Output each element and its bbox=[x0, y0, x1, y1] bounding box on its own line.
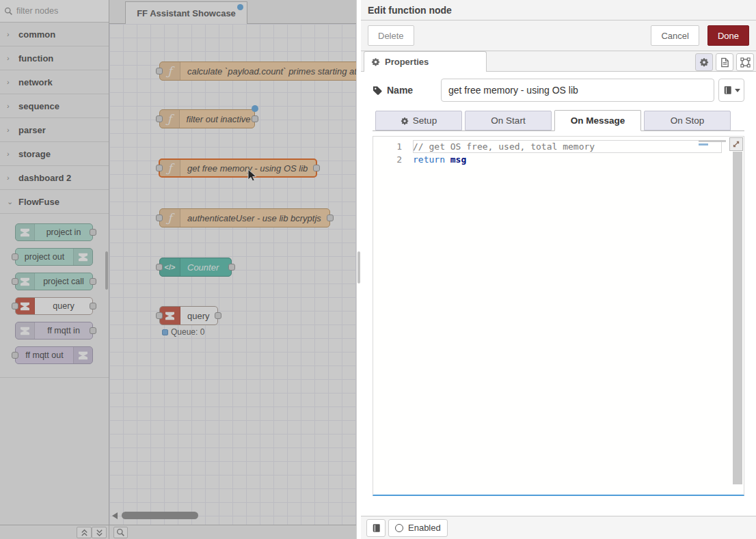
tab-on-stop[interactable]: On Stop bbox=[644, 111, 731, 130]
input-port[interactable] bbox=[156, 165, 163, 171]
output-port[interactable] bbox=[228, 264, 235, 271]
code-icon: </> bbox=[160, 258, 180, 276]
palette-collapse-up-button[interactable] bbox=[77, 527, 92, 538]
output-port[interactable] bbox=[327, 215, 334, 221]
input-port[interactable] bbox=[12, 278, 18, 285]
palette-node-project-out[interactable]: project out bbox=[15, 248, 93, 266]
tab-setup[interactable]: Setup bbox=[375, 111, 462, 130]
done-button[interactable]: Done bbox=[707, 25, 749, 46]
input-port[interactable] bbox=[12, 253, 18, 260]
palette-node-ff-mqtt-out[interactable]: ff mqtt out bbox=[15, 346, 93, 364]
scroll-left-arrow[interactable] bbox=[112, 512, 118, 519]
palette-category-storage[interactable]: › storage bbox=[0, 142, 109, 166]
chevron-right-icon: › bbox=[7, 78, 12, 86]
canvas-h-scrollbar[interactable] bbox=[111, 512, 350, 520]
function-icon: ƒ bbox=[160, 209, 180, 227]
scrollbar-thumb[interactable] bbox=[122, 512, 198, 519]
mouse-pointer bbox=[247, 169, 257, 182]
palette-node-query[interactable]: query bbox=[15, 297, 93, 315]
flowfuse-logo-icon bbox=[16, 322, 35, 339]
palette-category-function[interactable]: › function bbox=[0, 46, 109, 70]
flow-node-counter[interactable]: </> Counter bbox=[159, 258, 232, 277]
input-port[interactable] bbox=[156, 312, 163, 319]
workspace-tabbar: FF Assistant Showcase bbox=[109, 0, 356, 24]
palette-search-input[interactable] bbox=[16, 6, 98, 16]
enabled-state-icon bbox=[395, 524, 403, 532]
description-icon-button[interactable] bbox=[716, 53, 733, 71]
book-icon bbox=[372, 523, 381, 533]
name-row: Name bbox=[373, 79, 744, 102]
workspace-footer bbox=[0, 525, 356, 539]
canvas-grid[interactable]: ƒ calculate `payload.count` primes start… bbox=[109, 24, 356, 525]
chevron-down-icon: ⌄ bbox=[7, 197, 12, 206]
output-port[interactable] bbox=[90, 303, 96, 309]
flowfuse-logo-icon bbox=[16, 298, 35, 314]
gear-icon bbox=[371, 57, 380, 66]
palette-category-sequence[interactable]: › sequence bbox=[0, 94, 109, 118]
palette-category-common[interactable]: › common bbox=[0, 23, 109, 46]
code-editor[interactable]: 1 // get OS free, used, total memory 2 r… bbox=[373, 136, 744, 496]
input-port[interactable] bbox=[156, 115, 163, 122]
palette-category-flowfuse[interactable]: ⌄ FlowFuse bbox=[0, 190, 109, 214]
gear-icon bbox=[401, 117, 409, 125]
palette: › common › function › network › sequence… bbox=[0, 0, 109, 525]
tray-resize-handle[interactable] bbox=[356, 0, 361, 539]
appearance-icon-button[interactable] bbox=[736, 53, 754, 71]
chevron-right-icon: › bbox=[7, 150, 12, 158]
output-port[interactable] bbox=[252, 115, 258, 122]
code-line-1[interactable]: 1 // get OS free, used, total memory bbox=[373, 140, 744, 153]
workspace-tab[interactable]: FF Assistant Showcase bbox=[125, 1, 247, 24]
enabled-toggle-button[interactable]: Enabled bbox=[388, 519, 448, 537]
editor-scrollbar[interactable] bbox=[733, 152, 742, 484]
flowfuse-logo-icon bbox=[73, 249, 92, 265]
flow-node-query[interactable]: query bbox=[159, 306, 218, 325]
palette-node-project-in[interactable]: project in bbox=[15, 223, 93, 241]
editor-expand-button[interactable] bbox=[729, 137, 743, 151]
tab-on-start[interactable]: On Start bbox=[465, 111, 552, 130]
palette-category-parser[interactable]: › parser bbox=[0, 118, 109, 142]
palette-category-network[interactable]: › network bbox=[0, 70, 109, 94]
flow-node-calculate-primes[interactable]: ƒ calculate `payload.count` primes start… bbox=[159, 61, 356, 81]
library-button[interactable] bbox=[366, 519, 386, 537]
footer-divider bbox=[109, 525, 109, 539]
flow-node-authenticate-user[interactable]: ƒ authenticateUser - use lib bcryptjs bbox=[159, 208, 330, 227]
cancel-button[interactable]: Cancel bbox=[651, 25, 699, 46]
tray-title: Edit function node bbox=[361, 0, 756, 20]
chevron-right-icon: › bbox=[7, 102, 12, 110]
output-port[interactable] bbox=[90, 327, 96, 334]
function-icon: ƒ bbox=[160, 160, 180, 176]
canvas-zoom-search-button[interactable] bbox=[113, 527, 128, 538]
name-input[interactable] bbox=[441, 79, 714, 102]
flowfuse-logo-icon bbox=[160, 307, 180, 324]
code-line-2[interactable]: 2 return msg bbox=[373, 153, 744, 166]
chevron-right-icon: › bbox=[7, 174, 12, 182]
flow-node-filter-out-inactive[interactable]: ƒ filter out inactive bbox=[159, 109, 255, 128]
appearance-icon bbox=[740, 57, 751, 68]
flowfuse-logo-icon bbox=[16, 224, 35, 240]
editor-minimap[interactable] bbox=[699, 140, 727, 146]
input-port[interactable] bbox=[156, 215, 163, 221]
properties-icon-button[interactable] bbox=[695, 53, 713, 71]
palette-node-ff-mqtt-in[interactable]: ff mqtt in bbox=[15, 322, 93, 340]
output-port[interactable] bbox=[313, 165, 320, 171]
library-dropdown-button[interactable] bbox=[718, 79, 744, 102]
node-changed-dot bbox=[252, 105, 258, 112]
search-icon bbox=[4, 7, 13, 16]
palette-node-project-call[interactable]: project call bbox=[15, 273, 93, 290]
delete-button[interactable]: Delete bbox=[368, 25, 414, 46]
output-port[interactable] bbox=[90, 278, 96, 285]
input-port[interactable] bbox=[156, 264, 163, 271]
palette-category-dashboard2[interactable]: › dashboard 2 bbox=[0, 166, 109, 190]
input-port[interactable] bbox=[12, 303, 18, 309]
palette-collapse-down-button[interactable] bbox=[92, 527, 107, 538]
input-port[interactable] bbox=[12, 352, 18, 359]
palette-scrollbar[interactable] bbox=[105, 251, 108, 290]
flow-node-get-free-memory[interactable]: ƒ get free memory - using OS lib bbox=[159, 158, 317, 178]
tab-on-message[interactable]: On Message bbox=[554, 110, 641, 131]
output-port[interactable] bbox=[215, 312, 221, 319]
input-port[interactable] bbox=[156, 68, 163, 74]
output-port[interactable] bbox=[90, 229, 96, 236]
flowfuse-logo-icon bbox=[16, 273, 35, 290]
properties-tab[interactable]: Properties bbox=[364, 51, 487, 72]
node-red-app: › common › function › network › sequence… bbox=[0, 0, 756, 539]
